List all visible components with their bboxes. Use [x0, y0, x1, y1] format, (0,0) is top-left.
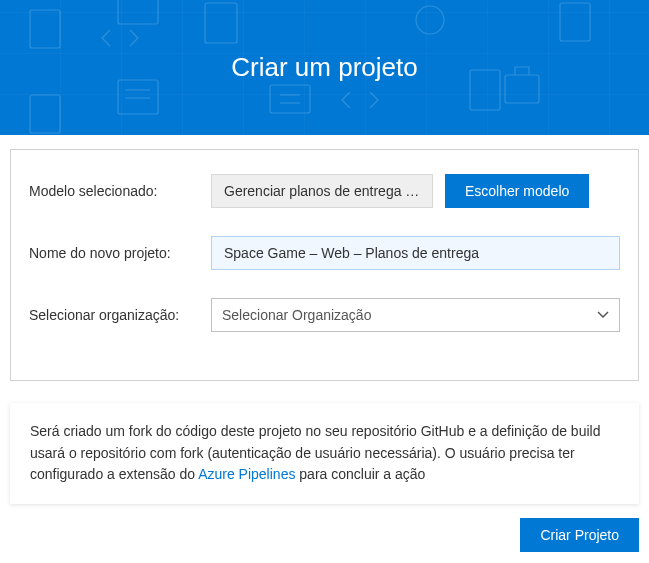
choose-model-button[interactable]: Escolher modelo [445, 174, 589, 208]
info-message: Será criado um fork do código deste proj… [10, 403, 639, 504]
project-name-label: Nome do novo projeto: [29, 245, 199, 261]
create-project-button[interactable]: Criar Projeto [520, 518, 639, 552]
project-name-row: Nome do novo projeto: [29, 236, 620, 270]
model-label: Modelo selecionado: [29, 183, 199, 199]
azure-pipelines-link[interactable]: Azure Pipelines [198, 466, 295, 482]
project-name-input[interactable] [211, 236, 620, 270]
selected-model-display: Gerenciar planos de entrega de... [211, 174, 433, 208]
model-row: Modelo selecionado: Gerenciar planos de … [29, 174, 620, 208]
info-text-after: para concluir a ação [295, 466, 425, 482]
footer-actions: Criar Projeto [0, 504, 649, 552]
organization-row: Selecionar organização: Selecionar Organ… [29, 298, 620, 332]
organization-label: Selecionar organização: [29, 307, 199, 323]
create-project-form: Modelo selecionado: Gerenciar planos de … [10, 149, 639, 381]
page-title: Criar um projeto [231, 52, 417, 83]
banner: Criar um projeto [0, 0, 649, 135]
organization-select[interactable]: Selecionar Organização [211, 298, 620, 332]
